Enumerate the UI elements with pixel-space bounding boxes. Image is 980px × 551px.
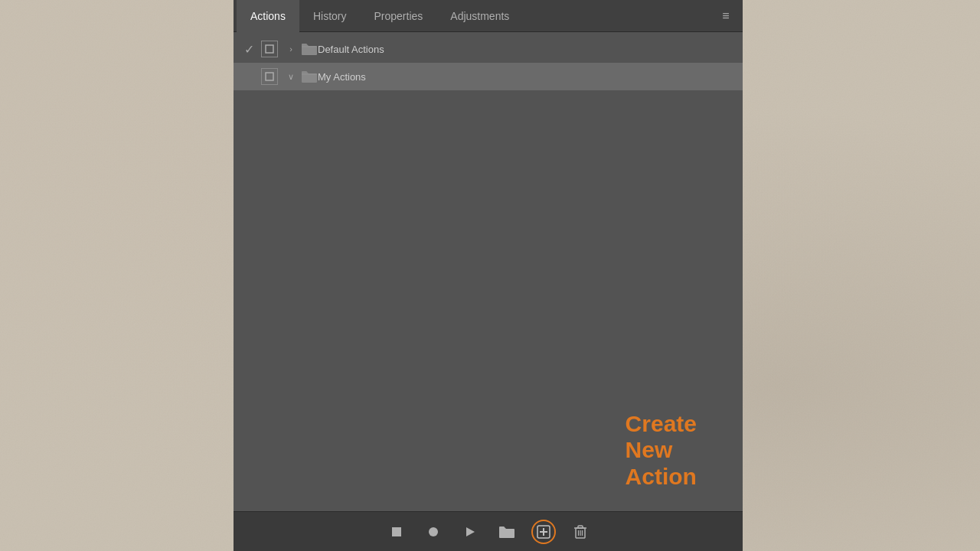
check-icon-default: ✓ — [240, 42, 258, 57]
toggle-visibility-my[interactable] — [261, 68, 278, 85]
svg-rect-0 — [266, 45, 273, 53]
svg-marker-4 — [466, 527, 475, 536]
visibility-icon-my — [265, 72, 274, 81]
folder-new-set-icon — [498, 525, 515, 539]
play-button[interactable] — [458, 520, 482, 544]
delete-button[interactable] — [568, 520, 593, 544]
stop-icon — [391, 527, 402, 537]
expand-icon-default[interactable]: › — [284, 44, 298, 54]
action-list: ✓ › Default Actions ∨ — [234, 32, 743, 511]
tab-properties[interactable]: Properties — [360, 0, 436, 32]
new-set-button[interactable] — [495, 520, 519, 544]
new-action-button[interactable] — [531, 520, 556, 544]
svg-rect-1 — [266, 73, 273, 80]
trash-icon — [573, 524, 587, 540]
action-group-default[interactable]: ✓ › Default Actions — [234, 35, 743, 63]
toggle-visibility-default[interactable] — [261, 41, 278, 57]
action-group-default-name: Default Actions — [318, 44, 384, 55]
play-icon — [465, 527, 475, 537]
tab-actions[interactable]: Actions — [237, 0, 299, 32]
record-icon — [428, 527, 439, 537]
tab-adjustments[interactable]: Adjustments — [436, 0, 523, 32]
folder-icon-my — [301, 70, 318, 83]
action-group-my[interactable]: ∨ My Actions — [234, 63, 743, 90]
actions-panel: Actions History Properties Adjustments ≡… — [234, 0, 743, 551]
folder-icon-default — [301, 42, 318, 56]
tab-history[interactable]: History — [299, 0, 361, 32]
action-group-my-name: My Actions — [318, 71, 366, 83]
expand-icon-my[interactable]: ∨ — [284, 72, 298, 82]
svg-rect-2 — [392, 527, 401, 536]
panel-menu-button[interactable]: ≡ — [712, 2, 740, 30]
tab-bar: Actions History Properties Adjustments ≡ — [234, 0, 743, 32]
svg-point-3 — [429, 527, 438, 536]
svg-rect-10 — [578, 526, 583, 528]
record-button[interactable] — [421, 520, 446, 544]
stop-button[interactable] — [384, 520, 409, 544]
bottom-toolbar — [234, 511, 743, 551]
new-action-icon — [537, 525, 550, 539]
visibility-icon — [265, 44, 274, 54]
